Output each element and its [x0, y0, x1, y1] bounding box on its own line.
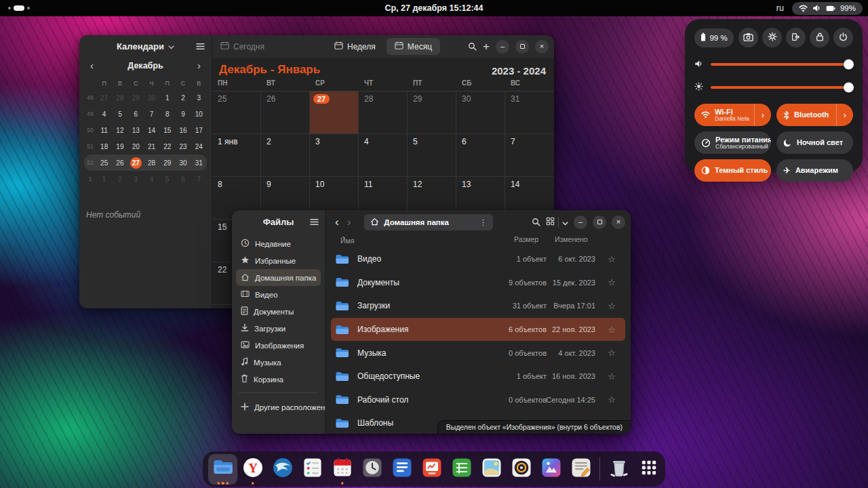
- calendar-day-cell[interactable]: 7: [505, 134, 554, 176]
- sidebar-item-star[interactable]: Избранные: [236, 252, 321, 269]
- mini-day[interactable]: 4: [144, 176, 159, 183]
- calendar-day-cell[interactable]: 31: [505, 92, 554, 134]
- mini-day[interactable]: 17: [191, 127, 207, 134]
- mini-day[interactable]: 5: [159, 176, 175, 183]
- star-toggle[interactable]: ☆: [608, 277, 616, 287]
- minimize-button[interactable]: –: [574, 216, 587, 229]
- power-button[interactable]: [833, 28, 853, 47]
- maximize-button[interactable]: [515, 40, 529, 54]
- path-bar[interactable]: Домашняя папка ⋮: [364, 214, 493, 230]
- column-name[interactable]: Имя ⌃: [340, 235, 347, 243]
- toggle-plane[interactable]: ✈Авиарежим: [776, 159, 853, 182]
- mini-day[interactable]: 11: [96, 127, 112, 134]
- month-view-button[interactable]: Месяц: [387, 38, 440, 55]
- calendar-day-cell[interactable]: 26: [261, 92, 310, 134]
- logout-button[interactable]: [786, 28, 806, 47]
- file-row[interactable]: Рабочий стол0 объектовСегодня 14:25☆: [331, 388, 625, 412]
- dock-item-clocks[interactable]: [357, 454, 387, 485]
- sidebar-item-home[interactable]: Домашняя папка: [236, 269, 321, 286]
- calendar-day-cell[interactable]: 27: [310, 92, 359, 134]
- mini-day[interactable]: 8: [159, 110, 175, 118]
- dock-item-tasks[interactable]: [298, 454, 327, 485]
- next-month-button[interactable]: ›: [197, 60, 201, 70]
- toggle-bluetooth[interactable]: Bluetooth›: [776, 104, 853, 126]
- menu-icon[interactable]: [196, 41, 205, 53]
- dock-item-photos[interactable]: [536, 454, 566, 485]
- star-toggle[interactable]: ☆: [608, 301, 616, 311]
- dock-item-app-grid[interactable]: [634, 454, 663, 485]
- mini-day[interactable]: 12: [112, 127, 127, 134]
- new-event-button[interactable]: +: [483, 41, 490, 52]
- toggle-night[interactable]: Ночной свет: [776, 131, 853, 154]
- volume-slider[interactable]: [694, 58, 853, 70]
- mini-day[interactable]: 19: [112, 143, 127, 150]
- brightness-slider[interactable]: [694, 81, 853, 94]
- mini-day[interactable]: 2: [112, 176, 127, 183]
- mini-day[interactable]: 3: [191, 94, 207, 102]
- mini-day[interactable]: 30: [144, 94, 159, 102]
- keyboard-layout-indicator[interactable]: ru: [776, 3, 784, 13]
- today-button[interactable]: Сегодня: [220, 41, 264, 52]
- back-button[interactable]: ‹: [331, 216, 343, 228]
- mini-day[interactable]: 6: [128, 110, 144, 118]
- star-toggle[interactable]: ☆: [608, 325, 616, 335]
- file-row[interactable]: Общедоступные1 объект16 ноя. 2023☆: [331, 365, 625, 388]
- mini-day[interactable]: 1: [159, 94, 175, 102]
- toggle-expand-arrow[interactable]: ›: [836, 104, 853, 126]
- dock-item-word-processor[interactable]: [387, 454, 416, 485]
- column-size[interactable]: Размер: [514, 235, 538, 243]
- calendar-day-cell[interactable]: 2: [261, 134, 310, 176]
- battery-status[interactable]: 99 %: [694, 28, 734, 47]
- mini-day[interactable]: 27: [96, 94, 112, 102]
- mini-day[interactable]: 16: [175, 127, 191, 134]
- dock-item-rhythmbox[interactable]: [507, 454, 536, 485]
- close-button[interactable]: ×: [612, 216, 625, 229]
- mini-day[interactable]: 5: [112, 110, 127, 118]
- dock-item-calendar[interactable]: [328, 454, 357, 485]
- dock-item-thunderbird[interactable]: [268, 454, 297, 485]
- toggle-dark[interactable]: Темный стиль: [694, 159, 771, 182]
- lock-button[interactable]: [810, 28, 829, 47]
- week-view-button[interactable]: Неделя: [326, 38, 384, 55]
- clock[interactable]: Ср, 27 декабря 15:12:44: [0, 3, 868, 13]
- mini-day[interactable]: 7: [191, 176, 207, 183]
- mini-day[interactable]: 6: [175, 176, 191, 183]
- column-modified[interactable]: Изменено: [555, 235, 588, 243]
- mini-day[interactable]: 28: [112, 94, 127, 102]
- calendar-day-cell[interactable]: 30: [456, 92, 505, 134]
- mini-day[interactable]: 23: [175, 143, 191, 150]
- path-options-icon[interactable]: ⋮: [479, 218, 488, 227]
- file-row[interactable]: Видео1 объект6 окт. 2023☆: [331, 247, 625, 271]
- mini-day[interactable]: 1: [96, 176, 112, 183]
- mini-day[interactable]: 25: [96, 159, 112, 167]
- mini-day[interactable]: 4: [96, 110, 112, 118]
- calendar-day-cell[interactable]: 4: [359, 134, 408, 176]
- mini-day[interactable]: 15: [159, 127, 175, 134]
- maximize-button[interactable]: [593, 216, 606, 229]
- calendar-day-cell[interactable]: 25: [212, 92, 261, 134]
- sidebar-item-film[interactable]: Видео: [236, 286, 321, 303]
- calendar-day-cell[interactable]: 29: [408, 92, 456, 134]
- search-icon[interactable]: [468, 42, 477, 51]
- mini-day[interactable]: 10: [191, 110, 207, 118]
- calendar-day-cell[interactable]: 28: [359, 92, 408, 134]
- dock-item-trash[interactable]: [604, 454, 633, 485]
- brightness-slider-knob[interactable]: [844, 83, 854, 93]
- calendar-day-cell[interactable]: 1 янв: [212, 134, 261, 176]
- sidebar-item-download[interactable]: Загрузки: [236, 320, 321, 337]
- mini-day[interactable]: 29: [128, 94, 144, 102]
- file-row[interactable]: Документы9 объектов15 дек. 2023☆: [331, 271, 625, 295]
- search-icon[interactable]: [532, 218, 540, 226]
- mini-day[interactable]: 18: [96, 143, 112, 150]
- mini-day[interactable]: 7: [144, 110, 159, 118]
- star-toggle[interactable]: ☆: [608, 394, 616, 405]
- mini-day[interactable]: 9: [175, 110, 191, 118]
- mini-day[interactable]: 21: [144, 143, 159, 150]
- minimize-button[interactable]: –: [496, 40, 509, 54]
- system-status-area[interactable]: 99%: [792, 2, 863, 15]
- sidebar-item-music[interactable]: Музыка: [236, 354, 321, 371]
- star-toggle[interactable]: ☆: [608, 348, 616, 358]
- mini-day[interactable]: 20: [128, 143, 144, 150]
- toggle-expand-arrow[interactable]: ›: [754, 104, 771, 126]
- settings-button[interactable]: [762, 28, 782, 47]
